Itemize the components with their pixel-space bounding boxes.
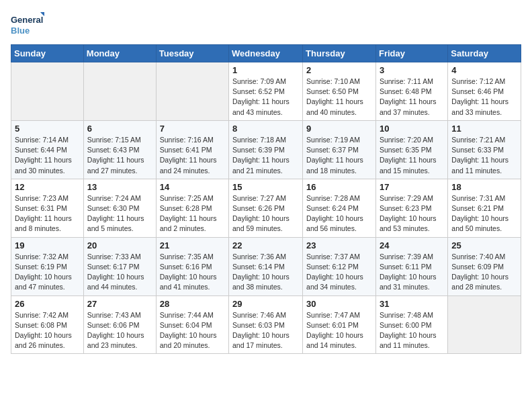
calendar-cell [11,62,84,121]
calendar-cell: 6Sunrise: 7:15 AMSunset: 6:43 PMDaylight… [83,120,156,179]
day-info: Sunrise: 7:10 AMSunset: 6:50 PMDaylight:… [306,77,372,118]
day-info: Sunrise: 7:32 AMSunset: 6:19 PMDaylight:… [15,252,80,293]
calendar-cell: 7Sunrise: 7:16 AMSunset: 6:41 PMDaylight… [156,120,228,179]
day-info: Sunrise: 7:40 AMSunset: 6:09 PMDaylight:… [451,252,517,293]
day-info: Sunrise: 7:39 AMSunset: 6:11 PMDaylight:… [380,252,444,293]
calendar-week-2: 5Sunrise: 7:14 AMSunset: 6:44 PMDaylight… [11,120,521,179]
calendar-cell: 2Sunrise: 7:10 AMSunset: 6:50 PMDaylight… [303,62,376,121]
calendar-cell: 18Sunrise: 7:31 AMSunset: 6:21 PMDayligh… [448,179,521,237]
calendar-cell: 25Sunrise: 7:40 AMSunset: 6:09 PMDayligh… [448,237,521,295]
day-number: 15 [232,182,299,192]
calendar-cell: 5Sunrise: 7:14 AMSunset: 6:44 PMDaylight… [11,120,84,179]
day-number: 10 [380,124,444,134]
day-info: Sunrise: 7:21 AMSunset: 6:33 PMDaylight:… [451,135,517,176]
calendar-week-3: 12Sunrise: 7:23 AMSunset: 6:31 PMDayligh… [11,179,521,237]
svg-text:Blue: Blue [11,26,30,36]
day-number: 13 [87,182,152,192]
calendar-header-monday: Monday [83,45,156,62]
calendar-week-5: 26Sunrise: 7:42 AMSunset: 6:08 PMDayligh… [11,295,521,354]
day-info: Sunrise: 7:35 AMSunset: 6:16 PMDaylight:… [160,252,225,293]
day-number: 26 [15,299,80,309]
day-number: 17 [380,182,444,192]
day-number: 3 [380,65,444,75]
calendar-cell: 15Sunrise: 7:27 AMSunset: 6:26 PMDayligh… [229,179,303,237]
calendar-cell: 1Sunrise: 7:09 AMSunset: 6:52 PMDaylight… [229,62,303,121]
day-number: 25 [451,240,517,250]
calendar-header-row: SundayMondayTuesdayWednesdayThursdayFrid… [11,45,521,62]
calendar-header-tuesday: Tuesday [156,45,228,62]
calendar-cell: 24Sunrise: 7:39 AMSunset: 6:11 PMDayligh… [375,237,447,295]
day-info: Sunrise: 7:43 AMSunset: 6:06 PMDaylight:… [87,310,152,351]
day-info: Sunrise: 7:14 AMSunset: 6:44 PMDaylight:… [15,135,80,176]
calendar-cell: 29Sunrise: 7:46 AMSunset: 6:03 PMDayligh… [229,295,303,354]
calendar-cell: 21Sunrise: 7:35 AMSunset: 6:16 PMDayligh… [156,237,228,295]
calendar-cell: 11Sunrise: 7:21 AMSunset: 6:33 PMDayligh… [448,120,521,179]
day-number: 9 [306,124,372,134]
day-number: 5 [15,124,80,134]
day-number: 23 [306,240,372,250]
day-number: 8 [232,124,299,134]
day-info: Sunrise: 7:15 AMSunset: 6:43 PMDaylight:… [87,135,152,176]
header: General Blue [11,11,521,38]
day-number: 12 [15,182,80,192]
calendar-cell: 3Sunrise: 7:11 AMSunset: 6:48 PMDaylight… [375,62,447,121]
calendar-cell: 22Sunrise: 7:36 AMSunset: 6:14 PMDayligh… [229,237,303,295]
calendar-header-wednesday: Wednesday [229,45,303,62]
calendar-cell [156,62,228,121]
day-info: Sunrise: 7:42 AMSunset: 6:08 PMDaylight:… [15,310,80,351]
calendar-cell: 9Sunrise: 7:19 AMSunset: 6:37 PMDaylight… [303,120,376,179]
calendar-header-friday: Friday [375,45,447,62]
day-info: Sunrise: 7:48 AMSunset: 6:00 PMDaylight:… [380,310,444,351]
calendar-week-4: 19Sunrise: 7:32 AMSunset: 6:19 PMDayligh… [11,237,521,295]
day-number: 29 [232,299,299,309]
day-number: 30 [306,299,372,309]
day-number: 22 [232,240,299,250]
day-info: Sunrise: 7:27 AMSunset: 6:26 PMDaylight:… [232,193,299,234]
day-number: 21 [160,240,225,250]
day-number: 14 [160,182,225,192]
calendar-cell: 14Sunrise: 7:25 AMSunset: 6:28 PMDayligh… [156,179,228,237]
calendar-cell: 12Sunrise: 7:23 AMSunset: 6:31 PMDayligh… [11,179,84,237]
calendar-cell: 4Sunrise: 7:12 AMSunset: 6:46 PMDaylight… [448,62,521,121]
calendar-header-thursday: Thursday [303,45,376,62]
calendar-cell: 13Sunrise: 7:24 AMSunset: 6:30 PMDayligh… [83,179,156,237]
calendar-cell: 19Sunrise: 7:32 AMSunset: 6:19 PMDayligh… [11,237,84,295]
calendar-header-sunday: Sunday [11,45,84,62]
calendar-cell: 30Sunrise: 7:47 AMSunset: 6:01 PMDayligh… [303,295,376,354]
day-info: Sunrise: 7:18 AMSunset: 6:39 PMDaylight:… [232,135,299,176]
day-info: Sunrise: 7:23 AMSunset: 6:31 PMDaylight:… [15,193,80,234]
day-number: 4 [451,65,517,75]
day-info: Sunrise: 7:12 AMSunset: 6:46 PMDaylight:… [451,77,517,118]
calendar-week-1: 1Sunrise: 7:09 AMSunset: 6:52 PMDaylight… [11,62,521,121]
day-info: Sunrise: 7:09 AMSunset: 6:52 PMDaylight:… [232,77,299,118]
page: General Blue SundayMondayTuesdayWednesda… [0,0,532,365]
day-info: Sunrise: 7:19 AMSunset: 6:37 PMDaylight:… [306,135,372,176]
day-info: Sunrise: 7:28 AMSunset: 6:24 PMDaylight:… [306,193,372,234]
calendar-cell: 28Sunrise: 7:44 AMSunset: 6:04 PMDayligh… [156,295,228,354]
calendar-header-saturday: Saturday [448,45,521,62]
calendar-cell: 23Sunrise: 7:37 AMSunset: 6:12 PMDayligh… [303,237,376,295]
calendar-cell: 10Sunrise: 7:20 AMSunset: 6:35 PMDayligh… [375,120,447,179]
calendar-cell: 31Sunrise: 7:48 AMSunset: 6:00 PMDayligh… [375,295,447,354]
calendar-cell: 20Sunrise: 7:33 AMSunset: 6:17 PMDayligh… [83,237,156,295]
day-number: 16 [306,182,372,192]
day-number: 24 [380,240,444,250]
day-number: 31 [380,299,444,309]
day-info: Sunrise: 7:16 AMSunset: 6:41 PMDaylight:… [160,135,225,176]
logo: General Blue [11,11,44,38]
day-number: 20 [87,240,152,250]
day-info: Sunrise: 7:20 AMSunset: 6:35 PMDaylight:… [380,135,444,176]
calendar-cell: 8Sunrise: 7:18 AMSunset: 6:39 PMDaylight… [229,120,303,179]
day-info: Sunrise: 7:33 AMSunset: 6:17 PMDaylight:… [87,252,152,293]
day-number: 19 [15,240,80,250]
day-info: Sunrise: 7:44 AMSunset: 6:04 PMDaylight:… [160,310,225,351]
calendar-cell: 16Sunrise: 7:28 AMSunset: 6:24 PMDayligh… [303,179,376,237]
day-number: 6 [87,124,152,134]
day-info: Sunrise: 7:37 AMSunset: 6:12 PMDaylight:… [306,252,372,293]
day-number: 7 [160,124,225,134]
day-number: 28 [160,299,225,309]
day-number: 2 [306,65,372,75]
day-info: Sunrise: 7:11 AMSunset: 6:48 PMDaylight:… [380,77,444,118]
calendar-cell: 17Sunrise: 7:29 AMSunset: 6:23 PMDayligh… [375,179,447,237]
day-number: 18 [451,182,517,192]
